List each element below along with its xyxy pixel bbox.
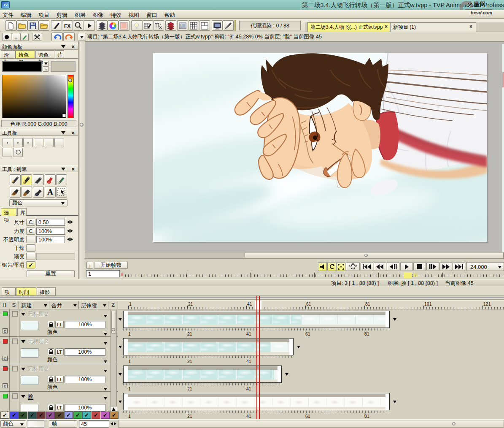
svg-text:FX: FX [64,23,70,29]
svg-text:x: x [159,23,161,26]
